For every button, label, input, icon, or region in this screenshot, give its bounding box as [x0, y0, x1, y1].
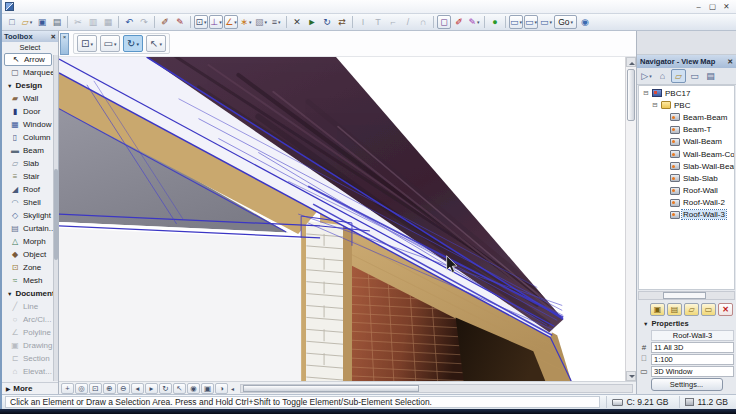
tree-item-wall-beam-colu[interactable]: Wall-Beam-Colu: [639, 148, 734, 160]
toolbox-close-icon[interactable]: ✕: [51, 33, 56, 41]
tool-object[interactable]: ◆ Object: [4, 248, 58, 261]
next-view-icon[interactable]: ▸: [145, 383, 158, 394]
view-map-button[interactable]: ▱: [671, 69, 686, 83]
tool-drawing[interactable]: ▣ Drawing: [4, 339, 58, 352]
project-map-button[interactable]: ⌂: [655, 69, 670, 83]
gravity-icon[interactable]: ⊥ ▾: [209, 15, 223, 29]
mirror-icon[interactable]: ⇄: [335, 15, 349, 29]
delete-button[interactable]: ✕: [718, 303, 733, 316]
undo-icon[interactable]: ↶: [122, 15, 136, 29]
cutting-planes-icon[interactable]: ◻: [437, 15, 451, 29]
snap-guides-icon[interactable]: ∗ ▾: [239, 15, 253, 29]
tool-line[interactable]: ╱ Line: [4, 300, 58, 313]
tree-item-slab-slab[interactable]: Slab-Slab: [639, 172, 734, 184]
help-globe-icon[interactable]: ◉: [578, 15, 592, 29]
inject-parameters-icon[interactable]: ✎: [173, 15, 187, 29]
save-current-view-button[interactable]: ▤: [667, 303, 682, 316]
tool-elevation[interactable]: ⌂ Elevat...: [4, 365, 58, 378]
full-screen-icon[interactable]: ▭ ▾: [539, 15, 553, 29]
tool-morph[interactable]: △ Morph: [4, 235, 58, 248]
menu-document[interactable]: [74, 6, 88, 8]
trace-reference-icon[interactable]: ▧ ▾: [254, 15, 268, 29]
tree-item-pbc[interactable]: ⊟ PBC: [639, 99, 734, 111]
tool-wall[interactable]: ▰ Wall: [4, 92, 58, 105]
properties-header[interactable]: ▼ Properties: [637, 318, 736, 329]
highlight-icon[interactable]: ✎ ▾: [467, 15, 481, 29]
redo-icon[interactable]: ↷: [137, 15, 151, 29]
tool-stair[interactable]: ≡ Stair: [4, 170, 58, 183]
toolbar-icon[interactable]: [190, 16, 191, 28]
tree-item-roof-wall-3[interactable]: Roof-Wall-3: [639, 209, 734, 221]
pick-up-parameters-icon[interactable]: ✐: [158, 15, 172, 29]
tree-item-beam-beam[interactable]: Beam-Beam: [639, 111, 734, 123]
paste-icon[interactable]: ▦: [101, 15, 115, 29]
toolbox-scrollbar[interactable]: [53, 55, 58, 381]
toolbox-titlebar[interactable]: Toolbox ✕: [2, 31, 58, 42]
section-document[interactable]: ▼ Document: [4, 287, 58, 300]
toolbar-icon[interactable]: [286, 16, 287, 28]
close-button[interactable]: ✕: [721, 2, 732, 11]
tool-curtain-wall[interactable]: ▤ Curtain...: [4, 222, 58, 235]
tree-expander[interactable]: ⊟: [642, 89, 650, 97]
tool-column[interactable]: ▯ Column: [4, 131, 58, 144]
scrollbar-thumb[interactable]: [243, 385, 419, 392]
pan-icon[interactable]: +: [61, 383, 74, 394]
zoom-icon[interactable]: ◎: [75, 383, 88, 394]
menu-options[interactable]: [88, 6, 102, 8]
photorender-icon[interactable]: ●: [488, 15, 502, 29]
explode-icon[interactable]: ✕: [290, 15, 304, 29]
clone-folder-button[interactable]: ▣: [650, 303, 665, 316]
tool-zone[interactable]: ⊡ Zone: [4, 261, 58, 274]
drag-icon[interactable]: ►: [305, 15, 319, 29]
scroll-up-arrow[interactable]: [626, 57, 636, 67]
split-icon[interactable]: /: [401, 15, 415, 29]
menu-window[interactable]: [116, 6, 130, 8]
zoom-out-icon[interactable]: ⊖: [117, 383, 130, 394]
open-project-icon[interactable]: ▱ ▾: [20, 15, 34, 29]
viewport-horizontal-scrollbar[interactable]: [240, 384, 633, 393]
toolbar-icon[interactable]: [67, 16, 68, 28]
toolbar-icon[interactable]: [352, 16, 353, 28]
toolbar-icon[interactable]: [154, 16, 155, 28]
tree-item-pbc17[interactable]: ⊟ PBC17: [639, 87, 734, 99]
tree-item-beam-t[interactable]: Beam-T: [639, 124, 734, 136]
trim-icon[interactable]: ⌐: [386, 15, 400, 29]
tool-door[interactable]: ▮ Door: [4, 105, 58, 118]
toolbar-icon[interactable]: [484, 16, 485, 28]
previous-view-icon[interactable]: ◂: [131, 383, 144, 394]
menu-edit[interactable]: [32, 6, 46, 8]
tool-polyline[interactable]: ∠ Polyline: [4, 326, 58, 339]
scrollbar-thumb[interactable]: [663, 292, 706, 299]
look-to-icon[interactable]: ◉: [187, 383, 200, 394]
menu-file[interactable]: [18, 6, 32, 8]
tool-slab[interactable]: ▱ Slab: [4, 157, 58, 170]
menu-teamwork[interactable]: [102, 6, 116, 8]
restore-button[interactable]: ▢: [707, 2, 718, 11]
fit-in-window-icon[interactable]: ⊡: [89, 383, 102, 394]
navigator-titlebar[interactable]: Navigator - View Map ✕: [637, 55, 736, 68]
layout-book-button[interactable]: ▭: [687, 69, 702, 83]
cut-icon[interactable]: ✂: [71, 15, 85, 29]
tool-mesh[interactable]: ≈ Mesh: [4, 274, 58, 287]
print-icon[interactable]: ▤: [50, 15, 64, 29]
navigator-close-icon[interactable]: ✕: [727, 58, 733, 66]
zoom-in-icon[interactable]: ⊕: [103, 383, 116, 394]
fillet-icon[interactable]: ∩: [416, 15, 430, 29]
toolbar-icon[interactable]: [433, 16, 434, 28]
tool-shell[interactable]: ◠ Shell: [4, 196, 58, 209]
tree-item-roof-wall-2[interactable]: Roof-Wall-2: [639, 197, 734, 209]
viewport-vertical-scrollbar[interactable]: [625, 57, 636, 381]
go-button[interactable]: Go ▾: [554, 15, 577, 29]
camera-settings-icon[interactable]: ▣: [201, 383, 214, 394]
layout-icon[interactable]: ▭ ▾: [509, 15, 523, 29]
shadows-icon[interactable]: ◑: [215, 383, 228, 394]
adjust-icon[interactable]: I: [356, 15, 370, 29]
copy-icon[interactable]: ▥: [86, 15, 100, 29]
minimize-button[interactable]: –: [693, 2, 704, 11]
marquee-3d-icon[interactable]: ⊡ ▾: [77, 35, 97, 52]
scrollbar-thumb[interactable]: [627, 69, 635, 121]
guide-lines-icon[interactable]: ∠ ▾: [224, 15, 238, 29]
tree-expander[interactable]: ⊟: [651, 101, 659, 109]
tool-skylight[interactable]: ◇ Skylight: [4, 209, 58, 222]
menu-view[interactable]: [46, 6, 60, 8]
